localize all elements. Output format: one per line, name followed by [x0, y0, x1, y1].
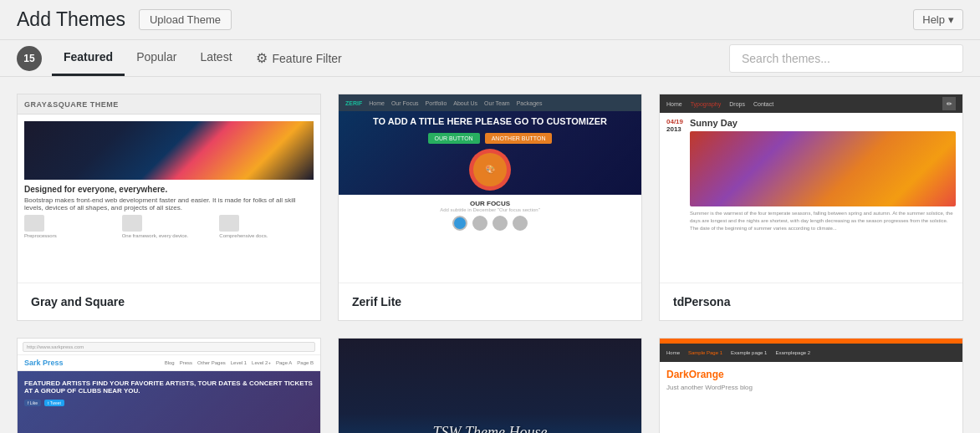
- gns-hero-image: [24, 121, 314, 180]
- gns-col-2: One framework, every device.: [122, 215, 217, 238]
- tdp-nav-home: Home: [666, 101, 682, 107]
- gns-title-bar: GRAY&SQUARE THEME: [18, 94, 320, 115]
- zerif-nav-about: About Us: [453, 100, 477, 106]
- darkorange-tagline: Just another WordPress blog: [666, 384, 956, 391]
- chevron-down-icon: ▾: [948, 13, 954, 26]
- gns-col-icon-1: [24, 215, 44, 232]
- tdp-main-content: 04/192013 Sunny Day Summer is the warmes…: [660, 113, 962, 283]
- zerif-circle-4: [513, 216, 528, 231]
- sark-social-buttons: f Like t Tweet: [24, 400, 314, 406]
- theme-count-badge: 15: [17, 46, 42, 71]
- darkorange-site-title: DarkOrange: [666, 369, 956, 380]
- theme-preview-tdpersona: Home Typography Drops Contact ✏ 04/19201…: [660, 94, 962, 283]
- darkorange-nav-sample3: Examplepage 2: [775, 350, 810, 355]
- gns-col-1: Preprocessors: [24, 215, 119, 238]
- sark-preview-inner: http://www.sarkpress.com Sark Press Blog…: [18, 339, 320, 433]
- sark-nav-links: Blog Press Other Pages Level 1 Level 2+ …: [165, 360, 314, 365]
- sark-hero-section: FEATURED ARTISTS FIND YOUR FAVORITE ARTI…: [18, 371, 320, 433]
- search-box: [729, 44, 963, 73]
- feature-filter[interactable]: ⚙ Feature Filter: [244, 40, 354, 76]
- darkorange-nav-sample1: Sample Page 1: [688, 350, 722, 355]
- help-label: Help: [922, 13, 945, 26]
- tdp-nav-typography: Typography: [691, 101, 722, 107]
- gns-features-row: Preprocessors One framework, every devic…: [24, 215, 314, 238]
- tdp-nav-contact: Contact: [753, 101, 773, 107]
- theme-card-sark-press[interactable]: http://www.sarkpress.com Sark Press Blog…: [17, 338, 321, 433]
- sark-twitter-btn: t Tweet: [44, 400, 64, 406]
- darkorange-preview-inner: Home Sample Page 1 Example page 1 Exampl…: [660, 339, 962, 433]
- tab-popular[interactable]: Popular: [125, 40, 188, 76]
- zerif-circle-3: [493, 216, 508, 231]
- theme-card-tsw[interactable]: TSW Theme House TSW Theme House: [338, 338, 642, 433]
- sark-nav-page-b: Page B: [297, 360, 314, 365]
- tdp-post-title: Sunny Day: [690, 118, 956, 128]
- sark-nav-blog: Blog: [165, 360, 175, 365]
- sark-hero-text: FEATURED ARTISTS FIND YOUR FAVORITE ARTI…: [24, 380, 314, 395]
- gns-headline: Designed for everyone, everywhere.: [24, 185, 314, 194]
- zerif-brand: ZERIF: [345, 100, 362, 106]
- feature-filter-label: Feature Filter: [273, 52, 342, 65]
- tdp-left-col: 04/192013: [666, 118, 683, 278]
- tsw-title-text: TSW Theme House: [433, 424, 548, 433]
- zerif-hero-buttons: OUR BUTTON ANOTHER BUTTON: [428, 133, 553, 144]
- gns-col-label-3: Comprehensive docs.: [219, 233, 314, 238]
- zerif-btn-2[interactable]: ANOTHER BUTTON: [485, 133, 553, 144]
- zerif-btn-1[interactable]: OUR BUTTON: [428, 133, 480, 144]
- zerif-circle-1: [452, 216, 467, 231]
- theme-card-gray-and-square[interactable]: GRAY&SQUARE THEME Designed for everyone,…: [17, 94, 321, 321]
- theme-card-tdpersona[interactable]: Home Typography Drops Contact ✏ 04/19201…: [659, 94, 963, 321]
- help-button[interactable]: Help ▾: [913, 9, 963, 30]
- gns-col-icon-3: [219, 215, 239, 232]
- tdp-nav-bar: Home Typography Drops Contact ✏: [660, 94, 962, 113]
- sark-facebook-btn: f Like: [24, 400, 41, 406]
- zerif-lower-section: OUR FOCUS Add subtitle in December "Our …: [339, 195, 641, 283]
- gns-col-label-1: Preprocessors: [24, 233, 119, 238]
- theme-card-darkorange[interactable]: Home Sample Page 1 Example page 1 Exampl…: [659, 338, 963, 433]
- theme-name-zerif-lite: Zerif Lite: [339, 283, 641, 320]
- sark-nav-level1: Level 1: [231, 360, 247, 365]
- theme-name-gray-and-square: Gray and Square: [18, 283, 320, 320]
- zerif-nav-portfolio: Portfolio: [426, 100, 447, 106]
- gns-content: Designed for everyone, everywhere. Boots…: [18, 115, 320, 283]
- sark-nav-level2: Level 2+: [252, 360, 271, 365]
- pencil-icon: ✏: [942, 97, 956, 110]
- sark-logo: Sark Press: [24, 359, 64, 367]
- theme-preview-darkorange: Home Sample Page 1 Example page 1 Exampl…: [660, 339, 962, 433]
- tdp-post-text: Summer is the warmest of the four temper…: [690, 210, 956, 232]
- gns-body-text: Bootstrap makes front-end web developmen…: [24, 196, 314, 211]
- zerif-nav-forum: Our Focus: [391, 100, 419, 106]
- darkorange-nav: Home Sample Page 1 Example page 1 Exampl…: [660, 344, 962, 362]
- gear-icon: ⚙: [256, 50, 268, 66]
- sark-top-bar: http://www.sarkpress.com: [18, 339, 320, 355]
- zerif-nav-packages: Packages: [517, 100, 543, 106]
- zerif-focus-heading: OUR FOCUS: [344, 200, 636, 207]
- darkorange-nav-home: Home: [666, 350, 680, 355]
- zerif-nav-home: Home: [369, 100, 385, 106]
- upload-theme-button[interactable]: Upload Theme: [139, 9, 232, 30]
- zerif-hero-title: TO ADD A TITLE HERE PLEASE GO TO CUSTOMI…: [373, 116, 607, 126]
- page-header: Add Themes Upload Theme Help ▾: [0, 0, 980, 40]
- search-input[interactable]: [729, 44, 963, 73]
- sark-url-bar: http://www.sarkpress.com: [23, 342, 315, 352]
- zerif-circle-2: [472, 216, 487, 231]
- theme-preview-gray-and-square: GRAY&SQUARE THEME Designed for everyone,…: [18, 94, 320, 283]
- tab-featured[interactable]: Featured: [52, 40, 125, 76]
- tdp-post-image: [690, 131, 956, 206]
- tsw-preview-inner: TSW Theme House: [339, 339, 641, 433]
- theme-preview-zerif-lite: ZERIF Home Our Focus Portfolio About Us …: [339, 94, 641, 283]
- theme-preview-sark-press: http://www.sarkpress.com Sark Press Blog…: [18, 339, 320, 433]
- tab-latest[interactable]: Latest: [188, 40, 243, 76]
- theme-nav: 15 Featured Popular Latest ⚙ Feature Fil…: [0, 40, 980, 77]
- theme-preview-tsw: TSW Theme House: [339, 339, 641, 433]
- gns-col-label-2: One framework, every device.: [122, 233, 217, 238]
- sark-nav-press: Press: [180, 360, 192, 365]
- theme-card-zerif-lite[interactable]: ZERIF Home Our Focus Portfolio About Us …: [338, 94, 642, 321]
- tdp-right-col: Sunny Day Summer is the warmest of the f…: [690, 118, 956, 278]
- tdp-date: 04/192013: [666, 118, 683, 133]
- gns-col-3: Comprehensive docs.: [219, 215, 314, 238]
- page-title: Add Themes: [17, 8, 125, 31]
- theme-name-tdpersona: tdPersona: [660, 283, 962, 320]
- zerif-nav-team: Our Team: [484, 100, 510, 106]
- zerif-nav-bar: ZERIF Home Our Focus Portfolio About Us …: [339, 94, 641, 111]
- sark-navigation: Sark Press Blog Press Other Pages Level …: [18, 355, 320, 371]
